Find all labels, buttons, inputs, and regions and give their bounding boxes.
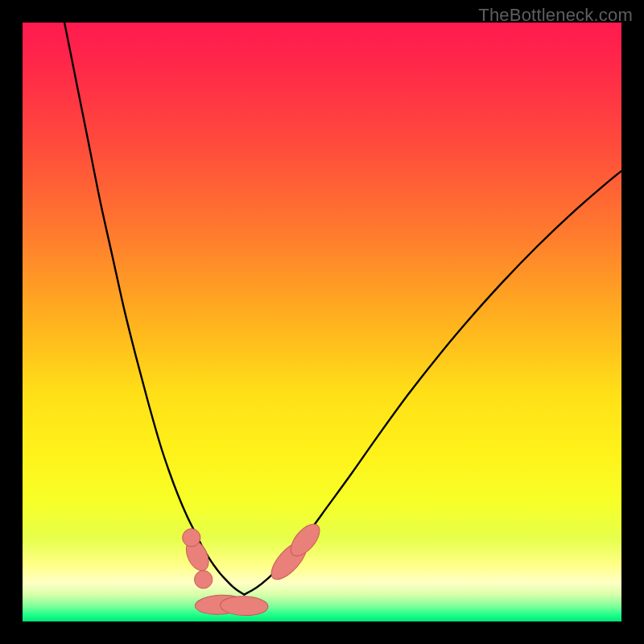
watermark-text: TheBottleneck.com <box>478 5 633 26</box>
plot-area <box>23 23 621 621</box>
gradient-background <box>23 23 621 621</box>
chart-frame: TheBottleneck.com <box>0 0 644 644</box>
marker-6 <box>195 571 213 588</box>
marker-5 <box>183 529 200 547</box>
plot-svg <box>23 23 621 621</box>
